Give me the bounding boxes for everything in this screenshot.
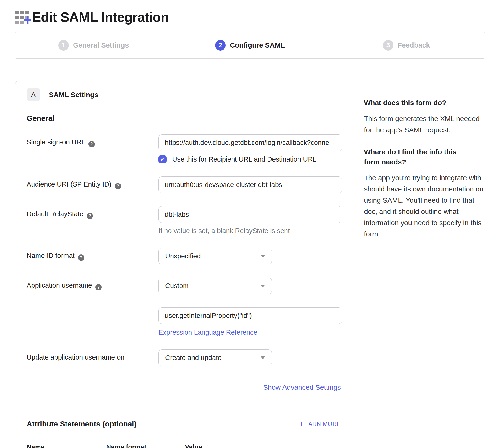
step-feedback[interactable]: 3 Feedback — [328, 32, 484, 58]
attribute-statements-heading: Attribute Statements (optional) — [27, 420, 136, 428]
application-username-select[interactable]: Custom — [159, 278, 272, 294]
page-header: + Edit SAML Integration — [15, 8, 485, 26]
page-title: Edit SAML Integration — [32, 9, 169, 25]
update-username-select[interactable]: Create and update — [159, 350, 272, 366]
caret-down-icon — [261, 285, 265, 288]
sso-url-row: Single sign-on URL? ✓ Use this for Recip… — [27, 134, 341, 163]
sidebar-question-2: Where do I find the info this form needs… — [364, 147, 467, 167]
expression-language-reference-link[interactable]: Expression Language Reference — [159, 329, 257, 336]
audience-uri-input[interactable] — [159, 176, 342, 193]
name-id-format-select[interactable]: Unspecified — [159, 248, 272, 265]
section-badge: A — [27, 88, 40, 101]
update-username-row: Update application username on Create an… — [27, 350, 341, 366]
question-icon[interactable]: ? — [95, 284, 102, 290]
application-username-row: Application username? Custom — [27, 278, 341, 294]
question-icon[interactable]: ? — [115, 183, 121, 189]
step-1-number: 1 — [58, 40, 69, 50]
step-2-label: Configure SAML — [230, 41, 285, 49]
check-icon: ✓ — [160, 157, 165, 162]
column-header-name-format: Name format — [106, 443, 185, 448]
custom-expression-row: Expression Language Reference — [27, 307, 341, 336]
caret-down-icon — [261, 356, 265, 359]
sso-url-input[interactable] — [159, 134, 342, 151]
step-3-number: 3 — [383, 40, 393, 50]
recipient-url-checkbox-label: Use this for Recipient URL and Destinati… — [172, 155, 317, 163]
update-username-value: Create and update — [165, 354, 221, 362]
question-icon[interactable]: ? — [88, 141, 95, 147]
recipient-url-checkbox[interactable]: ✓ — [159, 155, 167, 163]
show-advanced-settings-link[interactable]: Show Advanced Settings — [263, 384, 341, 391]
step-3-label: Feedback — [398, 41, 430, 49]
grid-plus-icon: + — [15, 8, 32, 26]
audience-uri-label: Audience URI (SP Entity ID) — [27, 180, 112, 188]
question-icon[interactable]: ? — [78, 255, 84, 261]
custom-expression-input[interactable] — [159, 307, 342, 324]
section-divider — [27, 406, 341, 406]
saml-settings-card: A SAML Settings General Single sign-on U… — [15, 81, 352, 448]
sso-url-label: Single sign-on URL — [27, 138, 85, 146]
edit-saml-page: + Edit SAML Integration 1 General Settin… — [0, 0, 500, 448]
sidebar-answer-1: This form generates the XML needed for t… — [364, 113, 485, 136]
audience-uri-row: Audience URI (SP Entity ID)? — [27, 176, 341, 193]
application-username-label: Application username — [27, 282, 92, 289]
name-id-format-row: Name ID format? Unspecified — [27, 248, 341, 265]
sidebar-answer-2: The app you're trying to integrate with … — [364, 172, 485, 240]
step-general-settings[interactable]: 1 General Settings — [16, 32, 172, 58]
application-username-value: Custom — [165, 282, 189, 290]
relaystate-row: Default RelayState? If no value is set, … — [27, 206, 341, 235]
help-sidebar: What does this form do? This form genera… — [364, 81, 485, 251]
step-1-label: General Settings — [73, 41, 129, 49]
name-id-format-label: Name ID format — [27, 252, 75, 259]
section-title: SAML Settings — [49, 91, 98, 99]
relaystate-hint: If no value is set, a blank RelayState i… — [159, 227, 342, 235]
relaystate-label: Default RelayState — [27, 210, 83, 218]
learn-more-link[interactable]: LEARN MORE — [301, 421, 341, 427]
column-header-value: Value — [185, 443, 202, 448]
question-icon[interactable]: ? — [87, 213, 93, 219]
sidebar-question-1: What does this form do? — [364, 98, 485, 108]
general-heading: General — [27, 114, 341, 123]
wizard-stepper: 1 General Settings 2 Configure SAML 3 Fe… — [15, 32, 485, 59]
step-configure-saml[interactable]: 2 Configure SAML — [172, 32, 328, 58]
caret-down-icon — [261, 255, 265, 258]
column-header-name: Name — [27, 443, 106, 448]
relaystate-input[interactable] — [159, 206, 342, 223]
update-username-label: Update application username on — [27, 353, 125, 361]
name-id-format-value: Unspecified — [165, 252, 201, 260]
attribute-table-header: Name Name format Value — [27, 443, 341, 448]
step-2-number: 2 — [215, 40, 226, 50]
